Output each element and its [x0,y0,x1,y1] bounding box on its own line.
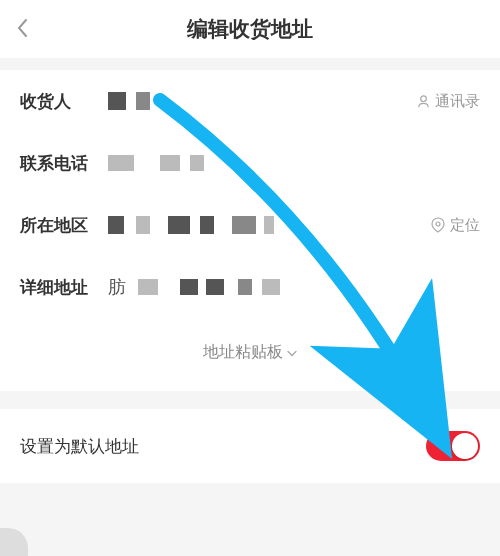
toggle-knob [452,433,478,459]
redacted-value: 肪 [108,275,280,299]
contacts-icon [415,93,431,109]
locate-button[interactable]: 定位 [430,216,480,235]
redacted-value [108,92,150,110]
recipient-input[interactable] [108,92,415,110]
back-button[interactable] [16,14,46,45]
detail-input[interactable]: 肪 [108,275,480,299]
locate-label: 定位 [450,216,480,235]
phone-row: 联系电话 [0,132,500,194]
detail-row: 详细地址 肪 [0,256,500,318]
chevron-left-icon [16,18,28,38]
chevron-down-icon [287,346,297,360]
contacts-button[interactable]: 通讯录 [415,92,480,111]
svg-point-1 [436,222,440,226]
phone-label: 联系电话 [20,152,108,175]
location-icon [430,217,446,233]
redacted-value [108,155,204,171]
page-title: 编辑收货地址 [187,15,313,43]
default-address-row: 设置为默认地址 [0,409,500,483]
contacts-label: 通讯录 [435,92,480,111]
clipboard-button[interactable]: 地址粘贴板 [203,342,297,363]
header: 编辑收货地址 [0,0,500,58]
recipient-row: 收货人 通讯录 [0,70,500,132]
default-address-label: 设置为默认地址 [20,435,139,458]
decorative-corner [0,528,28,556]
clipboard-label: 地址粘贴板 [203,342,283,363]
default-address-toggle[interactable] [426,431,480,461]
detail-label: 详细地址 [20,276,108,299]
region-label: 所在地区 [20,214,108,237]
clipboard-row: 地址粘贴板 [0,318,500,391]
svg-point-0 [420,95,426,101]
redacted-value [108,216,274,234]
region-input[interactable] [108,216,430,234]
recipient-label: 收货人 [20,90,108,113]
phone-input[interactable] [108,155,480,171]
form-section: 收货人 通讯录 联系电话 所在地区 [0,70,500,391]
region-row: 所在地区 定位 [0,194,500,256]
